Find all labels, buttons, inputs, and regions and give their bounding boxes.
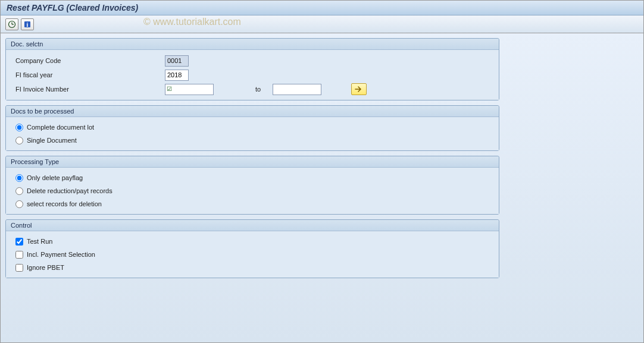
label-fiscal-year: FI fiscal year — [13, 71, 165, 78]
radio-only-delete[interactable] — [15, 174, 23, 182]
arrow-right-icon — [355, 86, 363, 93]
groupbox-control: Control Test Run Incl. Payment Selection… — [5, 219, 499, 278]
input-company-code[interactable] — [165, 55, 189, 67]
checkbox-test-run[interactable] — [15, 238, 23, 246]
radio-label-single-doc: Single Document — [27, 137, 77, 144]
groupbox-content-docs-processed: Complete document lot Single Document — [6, 117, 499, 150]
info-button[interactable]: i — [21, 18, 34, 30]
groupbox-title-doc-selctn: Doc. selctn — [6, 39, 499, 50]
check-row-test-run[interactable]: Test Run — [13, 235, 492, 248]
radio-complete-lot[interactable] — [15, 124, 23, 131]
watermark: © www.tutorialkart.com — [143, 17, 241, 27]
page-title: Reset PAYFLG (Cleared Invoices) — [7, 3, 637, 12]
radio-label-complete-lot: Complete document lot — [27, 124, 94, 131]
radio-label-only-delete: Only delete payflag — [27, 174, 83, 181]
window-container: Reset PAYFLG (Cleared Invoices) i © www.… — [0, 0, 644, 343]
check-row-ignore-pbet[interactable]: Ignore PBET — [13, 261, 492, 274]
field-row-fiscal-year: FI fiscal year — [13, 68, 492, 82]
radio-row-complete-lot[interactable]: Complete document lot — [13, 121, 492, 134]
input-invoice-number-to[interactable] — [273, 84, 321, 95]
radio-delete-reduction[interactable] — [15, 187, 23, 195]
check-label-incl-payment: Incl. Payment Selection — [27, 251, 95, 258]
check-label-test-run: Test Run — [27, 238, 52, 245]
titlebar: Reset PAYFLG (Cleared Invoices) — [1, 1, 643, 15]
check-row-incl-payment[interactable]: Incl. Payment Selection — [13, 248, 492, 261]
label-company-code: Company Code — [13, 57, 165, 64]
toolbar: i © www.tutorialkart.com — [1, 15, 643, 33]
clock-execute-icon — [8, 20, 16, 29]
groupbox-processing-type: Processing Type Only delete payflag Dele… — [5, 156, 499, 215]
check-label-ignore-pbet: Ignore PBET — [27, 264, 64, 271]
info-icon: i — [23, 20, 32, 29]
radio-row-only-delete[interactable]: Only delete payflag — [13, 171, 492, 184]
input-invoice-number-from[interactable] — [165, 84, 214, 95]
radio-label-select-records: select records for deletion — [27, 200, 102, 207]
radio-select-records[interactable] — [15, 200, 23, 208]
svg-text:i: i — [27, 21, 29, 28]
checkbox-incl-payment[interactable] — [15, 251, 23, 259]
content-area: Doc. selctn Company Code FI fiscal year … — [1, 33, 643, 342]
execute-button[interactable] — [5, 18, 18, 30]
radio-row-delete-reduction[interactable]: Delete reduction/payt records — [13, 184, 492, 197]
radio-label-delete-reduction: Delete reduction/payt records — [27, 187, 112, 194]
groupbox-title-processing-type: Processing Type — [6, 156, 499, 168]
checkbox-ignore-pbet[interactable] — [15, 264, 23, 272]
field-row-company-code: Company Code — [13, 54, 492, 68]
radio-single-doc[interactable] — [15, 137, 23, 144]
groupbox-content-control: Test Run Incl. Payment Selection Ignore … — [6, 231, 499, 278]
radio-row-select-records[interactable]: select records for deletion — [13, 197, 492, 210]
groupbox-docs-processed: Docs to be processed Complete document l… — [5, 105, 499, 151]
multi-select-button[interactable] — [351, 83, 367, 95]
label-invoice-number: FI Invoice Number — [13, 86, 165, 93]
groupbox-title-docs-processed: Docs to be processed — [6, 106, 499, 117]
label-to: to — [255, 86, 261, 93]
groupbox-title-control: Control — [6, 220, 499, 231]
groupbox-content-doc-selctn: Company Code FI fiscal year FI Invoice N… — [6, 50, 499, 100]
input-fiscal-year[interactable] — [165, 70, 189, 81]
groupbox-content-processing-type: Only delete payflag Delete reduction/pay… — [6, 168, 499, 214]
groupbox-doc-selctn: Doc. selctn Company Code FI fiscal year … — [5, 38, 499, 100]
field-row-invoice-number: FI Invoice Number ☑ to — [13, 82, 492, 96]
radio-row-single-doc[interactable]: Single Document — [13, 134, 492, 147]
